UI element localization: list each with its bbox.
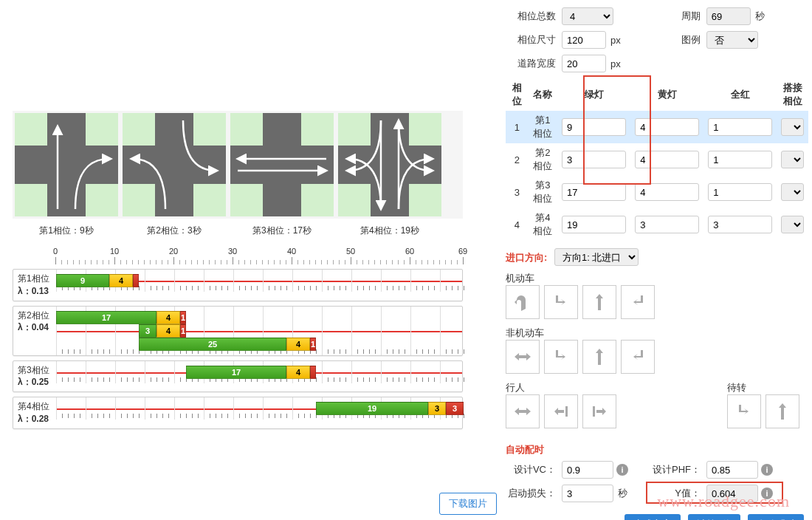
download-button[interactable]: 下载图片 <box>439 493 497 515</box>
table-row[interactable]: 2第2相位是 <box>506 143 808 176</box>
timing-bar: 9 <box>56 274 109 287</box>
phase-2-diagram <box>123 113 226 216</box>
ped-both-icon[interactable] <box>506 394 540 428</box>
lbl-legend: 图例 <box>650 33 701 47</box>
uturn-icon[interactable] <box>506 285 540 319</box>
ped-to-right-icon[interactable] <box>544 394 578 428</box>
phase-3-diagram <box>230 113 334 216</box>
timing-bar: 1 <box>310 338 316 351</box>
wait-right-icon[interactable] <box>727 394 761 428</box>
info-icon[interactable]: i <box>761 464 773 476</box>
motor-icons <box>506 285 808 319</box>
ped-to-left-icon[interactable] <box>582 394 616 428</box>
timing-bar: 3 <box>139 324 156 338</box>
timing-bar: 4 <box>156 311 180 324</box>
allred-input[interactable] <box>708 118 772 136</box>
th-overlap: 搭接相位 <box>777 78 808 111</box>
left-panel: 第1相位：9秒第2相位：3秒第3相位：17秒第4相位：19秒 010203040… <box>13 111 463 429</box>
calc-y-button[interactable]: 计算Y值 <box>688 514 741 520</box>
green-column-highlight <box>583 75 651 185</box>
timing-bar: 1 <box>180 311 186 324</box>
overlap-select[interactable]: 否 <box>781 216 804 233</box>
phase-timeline: 第4相位λ：0.281933 <box>13 397 463 429</box>
overlap-select[interactable]: 否 <box>781 183 804 201</box>
vc-input[interactable] <box>562 461 613 479</box>
timing-bar: 4 <box>286 366 310 379</box>
right-panel: 相位总数4 相位尺寸px 道路宽度px 周期秒 图例否 相位 名称 绿灯 黄灯 … <box>506 7 808 520</box>
approach-select[interactable]: 方向1: 北进口 <box>554 248 639 266</box>
nm-right-icon[interactable] <box>544 340 578 374</box>
timing-bar: 17 <box>56 311 156 324</box>
phf-input[interactable] <box>706 461 758 479</box>
nm-both-icon[interactable] <box>506 340 540 374</box>
time-ruler: 010203040506069 <box>55 247 463 264</box>
nonmotor-icons <box>506 340 808 374</box>
phase-timeline: 第3相位λ：0.25174 <box>13 360 463 393</box>
road-width-input[interactable] <box>562 55 606 72</box>
timing-bar: 1 <box>180 324 186 338</box>
nm-straight-icon[interactable] <box>582 340 616 374</box>
table-row[interactable]: 1第1相位否 <box>506 111 808 143</box>
timing-bar: 4 <box>156 324 180 338</box>
timing-bar <box>310 366 316 379</box>
timing-bar <box>133 274 139 287</box>
ped-label: 行人 <box>506 381 616 394</box>
timing-bar: 3 <box>428 402 446 415</box>
lbl-vc: 设计VC： <box>506 463 556 476</box>
allred-input[interactable] <box>708 151 772 168</box>
timing-bar: 4 <box>109 274 133 287</box>
phase-count-select[interactable]: 4 <box>562 7 613 25</box>
th-allred: 全红 <box>703 78 777 111</box>
phase-table: 相位 名称 绿灯 黄灯 全红 搭接相位 1第1相位否2第2相位是3第3相位否4第… <box>506 78 808 241</box>
lbl-loss: 启动损失： <box>506 487 556 500</box>
generate-button[interactable]: 生成方案 <box>625 514 681 520</box>
auto-timing-title: 自动配时 <box>506 443 808 456</box>
timing-bar: 4 <box>286 338 310 351</box>
left-turn-icon[interactable] <box>621 285 655 319</box>
th-phase: 相位 <box>506 78 529 111</box>
allred-input[interactable] <box>708 216 772 233</box>
timing-bar: 25 <box>139 338 286 351</box>
phase-timeline: 第1相位λ：0.1394 <box>13 269 463 301</box>
yellow-input[interactable] <box>635 183 699 201</box>
allred-input[interactable] <box>708 183 772 201</box>
lbl-phf: 设计PHF： <box>650 463 701 476</box>
auto-timing-button[interactable]: 自动配时 <box>748 514 804 520</box>
info-icon[interactable]: i <box>616 464 628 476</box>
lbl-phase-size: 相位尺寸 <box>506 33 556 47</box>
right-turn-icon[interactable] <box>544 285 578 319</box>
timing-bar: 17 <box>186 366 286 379</box>
approach-label: 进口方向: <box>506 252 547 263</box>
green-input[interactable] <box>562 216 626 233</box>
timing-bar: 19 <box>316 402 428 415</box>
yellow-input[interactable] <box>635 216 699 233</box>
watermark: www.roadgee.com <box>657 492 790 511</box>
table-row[interactable]: 4第4相位否 <box>506 208 808 241</box>
lbl-road-width: 道路宽度 <box>506 57 556 70</box>
phase-4-diagram <box>338 113 441 216</box>
legend-select[interactable]: 否 <box>706 31 758 49</box>
loss-input[interactable] <box>562 485 613 502</box>
overlap-select[interactable]: 是 <box>781 151 804 168</box>
nonmotor-label: 非机动车 <box>506 326 808 340</box>
lbl-phase-count: 相位总数 <box>506 10 556 23</box>
lbl-cycle: 周期 <box>650 10 701 23</box>
table-row[interactable]: 3第3相位否 <box>506 176 808 208</box>
phase-diagrams <box>13 111 463 219</box>
timing-bar: 3 <box>446 402 464 415</box>
overlap-select[interactable]: 否 <box>781 118 804 136</box>
th-name: 名称 <box>529 78 557 111</box>
phase-size-input[interactable] <box>562 31 606 49</box>
phase-1-diagram <box>15 113 118 216</box>
wait-straight-icon[interactable] <box>765 394 799 428</box>
wait-label: 待转 <box>727 381 799 394</box>
phase-timeline: 第2相位λ：0.0417413412541 <box>13 306 463 356</box>
cycle-input <box>706 7 751 25</box>
green-input[interactable] <box>562 183 626 201</box>
straight-icon[interactable] <box>582 285 616 319</box>
nm-left-icon[interactable] <box>621 340 655 374</box>
motor-label: 机动车 <box>506 272 808 285</box>
